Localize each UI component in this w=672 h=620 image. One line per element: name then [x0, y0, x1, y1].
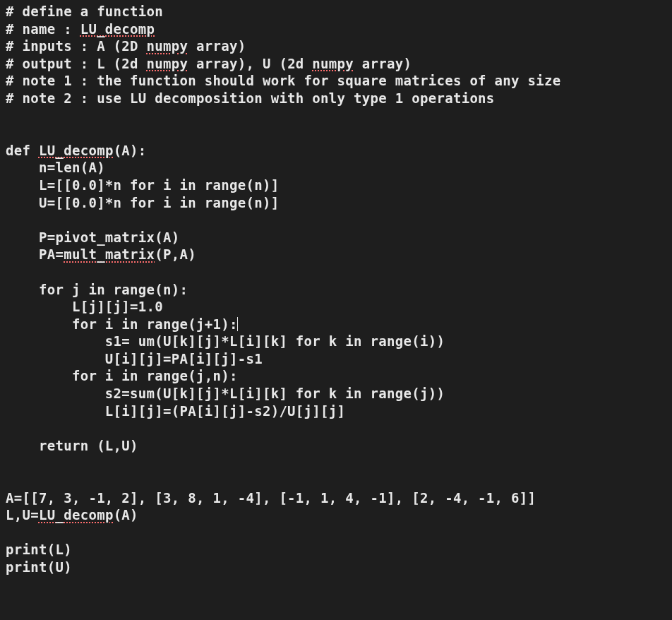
- code-line[interactable]: print(U): [6, 559, 72, 575]
- code-line[interactable]: L,U=LU_decomp(A): [6, 507, 138, 523]
- code-line[interactable]: # define a function: [6, 4, 163, 19]
- code-line[interactable]: L[i][j]=(PA[i][j]-s2)/U[j][j]: [6, 403, 345, 419]
- code-token: # output : L (2d: [6, 56, 147, 71]
- spell-error-token: numpy: [312, 56, 354, 71]
- code-line[interactable]: for i in range(j,n):: [6, 368, 238, 383]
- code-token: print(U): [6, 559, 72, 575]
- code-token: P=pivot_matrix(A): [6, 229, 180, 245]
- code-line[interactable]: A=[[7, 3, -1, 2], [3, 8, 1, -4], [-1, 1,…: [6, 490, 536, 506]
- code-token: array): [188, 38, 246, 54]
- code-token: L[i][j]=(PA[i][j]-s2)/U[j][j]: [6, 403, 345, 419]
- code-token: # note 1 : the function should work for …: [6, 73, 561, 88]
- code-editor[interactable]: # define a function # name : LU_decomp #…: [0, 0, 672, 579]
- code-token: # inputs : A (2D: [6, 38, 147, 54]
- spell-error-token: LU_decomp: [39, 507, 114, 523]
- spell-error-token: numpy: [147, 38, 188, 54]
- code-line[interactable]: U=[[0.0]*n for i in range(n)]: [6, 195, 279, 210]
- code-token: L[j][j]=1.0: [6, 299, 163, 314]
- code-token: L,U=: [6, 507, 39, 523]
- text-cursor: [237, 317, 238, 331]
- code-token: print(L): [6, 542, 72, 557]
- code-token: (A): [114, 507, 138, 523]
- code-token: U[i][j]=PA[i][j]-s1: [6, 351, 263, 366]
- code-line[interactable]: n=len(A): [6, 160, 105, 175]
- code-line[interactable]: # inputs : A (2D numpy array): [6, 38, 246, 54]
- code-token: # name :: [6, 21, 80, 37]
- code-token: for i in range(j,n):: [6, 368, 238, 383]
- code-line[interactable]: s2=sum(U[k][j]*L[i][k] for k in range(j)…: [6, 386, 445, 401]
- code-line[interactable]: print(L): [6, 542, 72, 557]
- code-line[interactable]: s1= um(U[k][j]*L[i][k] for k in range(i)…: [6, 333, 445, 349]
- code-token: (A):: [114, 143, 147, 158]
- code-line[interactable]: # note 2 : use LU decomposition with onl…: [6, 90, 495, 106]
- code-token: (P,A): [155, 246, 196, 262]
- spell-error-token: LU_decomp: [80, 21, 155, 37]
- code-line[interactable]: P=pivot_matrix(A): [6, 229, 180, 245]
- code-token: def: [6, 143, 39, 158]
- code-line[interactable]: L=[[0.0]*n for i in range(n)]: [6, 177, 279, 193]
- code-line[interactable]: # name : LU_decomp: [6, 21, 155, 37]
- code-line[interactable]: return (L,U): [6, 438, 138, 453]
- code-token: s2=sum(U[k][j]*L[i][k] for k in range(j)…: [6, 386, 445, 401]
- code-line[interactable]: # output : L (2d numpy array), U (2d num…: [6, 56, 412, 71]
- code-token: array): [354, 56, 412, 71]
- code-token: array), U (2d: [188, 56, 312, 71]
- code-line[interactable]: for j in range(n):: [6, 282, 188, 297]
- code-line[interactable]: PA=mult_matrix(P,A): [6, 246, 196, 262]
- code-line[interactable]: L[j][j]=1.0: [6, 299, 163, 314]
- code-token: for j in range(n):: [6, 282, 188, 297]
- code-token: return (L,U): [6, 438, 138, 453]
- code-token: U=[[0.0]*n for i in range(n)]: [6, 195, 279, 210]
- code-line[interactable]: U[i][j]=PA[i][j]-s1: [6, 351, 263, 366]
- spell-error-token: numpy: [147, 56, 188, 71]
- code-token: # note 2 : use LU decomposition with onl…: [6, 90, 495, 106]
- code-line[interactable]: def LU_decomp(A):: [6, 143, 147, 158]
- code-token: for i in range(j+1):: [6, 316, 238, 332]
- code-token: L=[[0.0]*n for i in range(n)]: [6, 177, 279, 193]
- code-token: s1= um(U[k][j]*L[i][k] for k in range(i)…: [6, 333, 445, 349]
- code-token: A=[[7, 3, -1, 2], [3, 8, 1, -4], [-1, 1,…: [6, 490, 536, 506]
- spell-error-token: LU_decomp: [39, 143, 114, 158]
- spell-error-token: mult_matrix: [64, 246, 155, 262]
- code-line[interactable]: for i in range(j+1):: [6, 316, 238, 332]
- code-token: # define a function: [6, 4, 163, 19]
- code-token: PA=: [6, 246, 64, 262]
- code-line[interactable]: # note 1 : the function should work for …: [6, 73, 561, 88]
- code-token: n=len(A): [6, 160, 105, 175]
